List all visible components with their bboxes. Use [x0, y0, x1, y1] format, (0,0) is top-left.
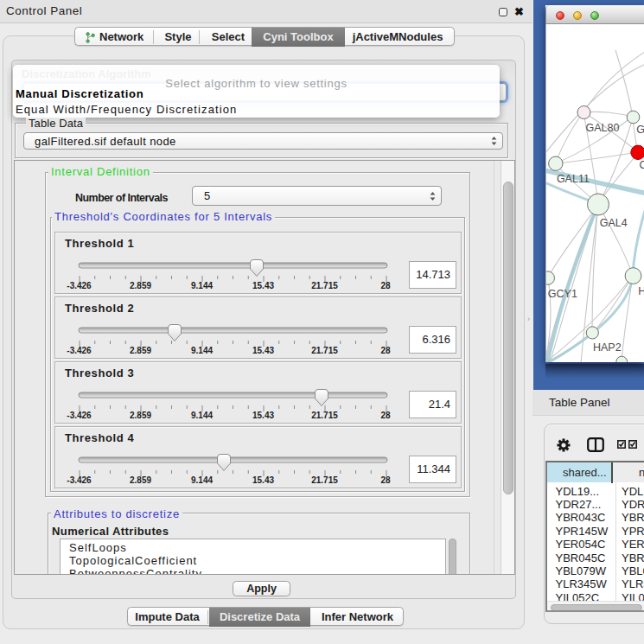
svg-text:GCY1: GCY1 — [548, 288, 577, 300]
svg-text:-3.426: -3.426 — [67, 411, 92, 420]
svg-text:9.144: 9.144 — [191, 281, 213, 290]
svg-text:GAL80: GAL80 — [586, 122, 620, 134]
svg-text:21.715: 21.715 — [311, 346, 338, 355]
svg-text:21.715: 21.715 — [311, 475, 338, 485]
svg-text:2.859: 2.859 — [130, 346, 151, 355]
svg-text:21.715: 21.715 — [311, 281, 338, 290]
svg-text:GAL4: GAL4 — [600, 217, 628, 229]
svg-text:21.715: 21.715 — [311, 411, 338, 420]
svg-text:15.43: 15.43 — [252, 281, 274, 290]
svg-text:-3.426: -3.426 — [67, 346, 92, 355]
svg-text:15.43: 15.43 — [252, 475, 274, 485]
svg-text:28: 28 — [380, 346, 391, 355]
svg-text:CY: CY — [640, 159, 644, 171]
svg-text:9.144: 9.144 — [191, 346, 213, 355]
svg-text:HA: HA — [638, 285, 644, 297]
svg-text:2.859: 2.859 — [130, 411, 151, 420]
svg-text:28: 28 — [380, 281, 391, 290]
svg-text:28: 28 — [380, 411, 391, 420]
svg-text:HAP2: HAP2 — [593, 341, 622, 354]
svg-text:9.144: 9.144 — [191, 411, 213, 420]
svg-text:15.43: 15.43 — [252, 411, 274, 420]
svg-text:15.43: 15.43 — [252, 346, 274, 355]
svg-text:GA: GA — [636, 124, 644, 136]
svg-text:GAL11: GAL11 — [557, 173, 590, 185]
svg-text:-3.426: -3.426 — [67, 475, 92, 485]
svg-text:2.859: 2.859 — [130, 475, 151, 485]
svg-text:-3.426: -3.426 — [67, 281, 92, 290]
svg-text:9.144: 9.144 — [191, 475, 213, 485]
svg-text:28: 28 — [380, 475, 391, 485]
svg-text:2.859: 2.859 — [130, 281, 151, 290]
